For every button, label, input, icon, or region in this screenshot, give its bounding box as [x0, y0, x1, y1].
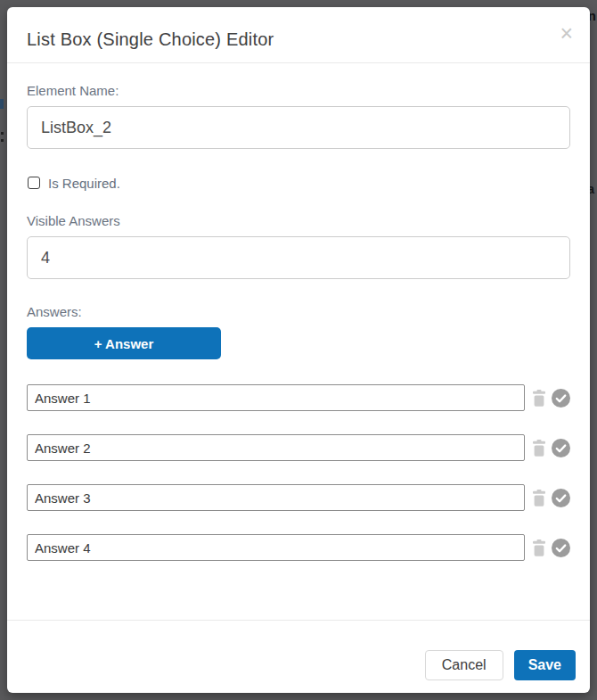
- close-icon: ×: [560, 21, 573, 45]
- check-circle-icon: [552, 439, 570, 457]
- element-name-label: Element Name:: [27, 83, 570, 99]
- trash-icon: [532, 440, 546, 457]
- confirm-answer-button[interactable]: [552, 389, 570, 408]
- delete-answer-button[interactable]: [532, 490, 546, 506]
- answer-input-3[interactable]: [27, 484, 525, 511]
- confirm-answer-button[interactable]: [552, 489, 570, 507]
- cancel-button[interactable]: Cancel: [425, 650, 503, 680]
- answer-row: [27, 434, 570, 461]
- dialog-footer: Cancel Save: [7, 620, 590, 693]
- answer-row: [27, 384, 570, 411]
- dialog-body: Element Name: Is Required. Visible Answe…: [7, 83, 590, 561]
- backdrop-fragment: [0, 99, 4, 109]
- visible-answers-label: Visible Answers: [27, 213, 570, 229]
- close-button[interactable]: ×: [560, 22, 573, 45]
- answer-input-4[interactable]: [27, 534, 525, 561]
- save-button[interactable]: Save: [514, 650, 576, 680]
- delete-answer-button[interactable]: [532, 539, 546, 556]
- delete-answer-button[interactable]: [532, 390, 546, 407]
- confirm-answer-button[interactable]: [552, 439, 570, 457]
- is-required-label: Is Required.: [48, 176, 120, 191]
- answers-label: Answers:: [27, 304, 570, 320]
- element-name-input[interactable]: [27, 106, 570, 149]
- answer-input-1[interactable]: [27, 384, 525, 411]
- add-answer-button[interactable]: + Answer: [27, 327, 221, 359]
- answer-input-2[interactable]: [27, 434, 525, 461]
- trash-icon: [532, 539, 546, 556]
- is-required-row: Is Required.: [27, 174, 570, 192]
- is-required-checkbox[interactable]: [28, 177, 40, 189]
- answer-row: [27, 484, 570, 511]
- check-circle-icon: [552, 389, 570, 408]
- backdrop-fragment: [1, 132, 4, 135]
- delete-answer-button[interactable]: [532, 440, 546, 457]
- trash-icon: [532, 490, 546, 506]
- visible-answers-input[interactable]: [27, 236, 570, 279]
- trash-icon: [532, 390, 546, 407]
- confirm-answer-button[interactable]: [552, 539, 570, 557]
- backdrop-fragment: [1, 139, 4, 142]
- dialog-header: List Box (Single Choice) Editor ×: [7, 7, 590, 63]
- check-circle-icon: [552, 489, 570, 507]
- screen: in a List Box (Single Choice) Editor × E…: [0, 0, 597, 700]
- check-circle-icon: [552, 539, 570, 557]
- answer-row: [27, 534, 570, 561]
- dialog-title: List Box (Single Choice) Editor: [27, 29, 570, 49]
- listbox-editor-dialog: List Box (Single Choice) Editor × Elemen…: [7, 7, 590, 693]
